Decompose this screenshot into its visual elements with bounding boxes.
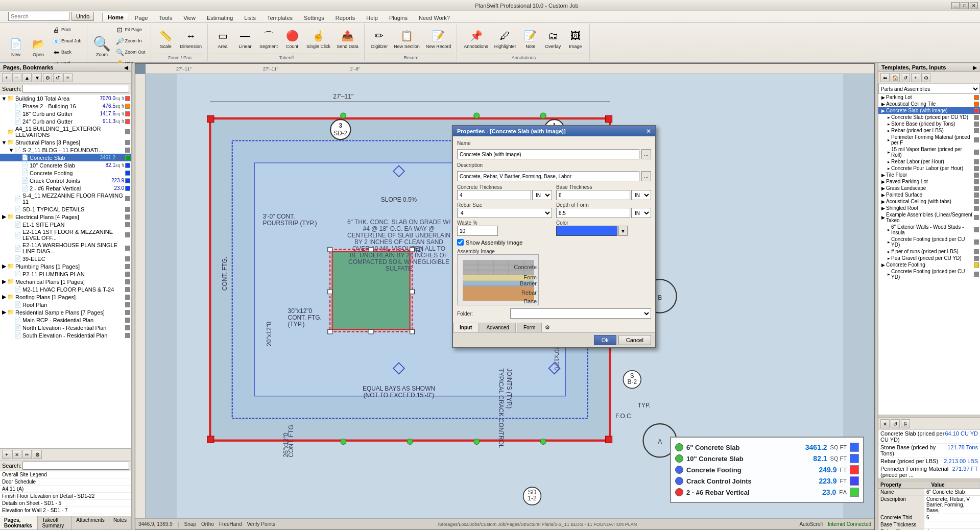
lb-edit-btn[interactable]: ✏	[22, 450, 32, 459]
ribbon-tab-templates[interactable]: Templates	[261, 13, 298, 22]
count-btn[interactable]: 🔴 Count	[281, 26, 303, 51]
tree-item-p2-11[interactable]: 📄P2-11 PLUMBING PLAN	[0, 270, 131, 278]
segment-btn[interactable]: ⌒ Segment	[257, 26, 280, 51]
tree-expander[interactable]: ▼	[1, 139, 7, 146]
zoom-btn[interactable]: 🔍 Zoom	[91, 34, 113, 59]
ok-btn[interactable]: Ok	[594, 335, 616, 345]
tree-item-24in-curb[interactable]: 📄24" Curb and Gutter911.3 sq ft	[0, 117, 131, 125]
tree-item-main-rcp[interactable]: 📄Main RCP - Residential Plan	[0, 316, 131, 324]
move-down-btn[interactable]: ▼	[33, 73, 42, 82]
right-panel-collapse[interactable]: ▶	[973, 65, 977, 70]
tree-item-18in-curb[interactable]: 📄18" Curb and Gutter1417.6 sq ft	[0, 110, 131, 117]
status-snap[interactable]: Snap	[184, 521, 196, 527]
right-tree-item[interactable]: ▶Concrete Footing	[878, 261, 980, 268]
open-btn[interactable]: 📂 Open	[28, 34, 49, 59]
ribbon-tab-lists[interactable]: Lists	[238, 13, 261, 22]
dimension-btn[interactable]: ↔ Dimension	[178, 26, 205, 51]
ribbon-tab-page[interactable]: Page	[129, 13, 154, 22]
tab-advanced[interactable]: Advanced	[480, 323, 515, 332]
right-tree-item[interactable]: ▶Grass Landscape	[878, 185, 980, 191]
lb-search-input[interactable]	[22, 462, 129, 470]
name-menu-btn[interactable]: …	[641, 149, 651, 159]
tree-item-electrical4[interactable]: ▶📁Electrical Plans [4 Pages]	[0, 213, 131, 221]
dialog-close-btn[interactable]: ✕	[646, 128, 651, 135]
lb-tab-notes[interactable]: Notes	[109, 516, 131, 529]
maximize-btn[interactable]: □	[961, 2, 969, 9]
right-tree-item[interactable]: ▸Concrete Footing (priced per CU YD)	[878, 268, 980, 280]
rebar-size-select[interactable]: 4356	[457, 208, 552, 218]
overlay-btn[interactable]: 🗂 Overlay	[542, 26, 564, 51]
tab-input[interactable]: Input	[453, 323, 479, 332]
status-verify[interactable]: Verify Points	[247, 521, 275, 527]
tree-item-plumbing1[interactable]: ▶📁Plumbing Plans [1 Pages]	[0, 262, 131, 270]
canvas-area[interactable]: 27'–11" 27'–11" 1'–6"	[135, 63, 875, 530]
tree-item-concrete-slab[interactable]: 📄Concrete Slab3461.2 sq ft	[0, 154, 131, 161]
right-tree-item[interactable]: ▶Acoustical Ceiling (with tabs)	[878, 198, 980, 205]
tree-item-phase2-building16[interactable]: 📄Phase 2 - Building 16476.5 sq ft	[0, 102, 131, 110]
cancel-btn[interactable]: Cancel	[618, 335, 651, 345]
parts-selector[interactable]: Parts and Assemblies	[878, 84, 980, 94]
lb-list-item[interactable]: Elevation for Wall 2 - SD1 - 7	[0, 507, 131, 514]
tree-item-e2-11a-warehouse[interactable]: 📄E2-11A WAREHOUSE PLAN SINGLE LINE DIAG.…	[0, 242, 131, 255]
rp-home-btn[interactable]: 🏠	[891, 73, 900, 82]
tree-expander[interactable]: ▼	[8, 147, 14, 153]
tree-item-south-elevation[interactable]: 📄South Elevation - Residential Plan	[0, 331, 131, 339]
right-tree-item[interactable]: ▶Concrete Slab (with image)	[878, 107, 980, 114]
waste-pct-input[interactable]	[457, 226, 498, 236]
status-autoscroll[interactable]: AutoScroll	[799, 521, 823, 527]
tree-item-a4-11-building11[interactable]: 📁A4_11 BUILDING_11_EXTERIOR ELEVATIONS	[0, 125, 131, 138]
highlighter-btn[interactable]: 🖊 Highlighter	[492, 26, 519, 51]
rp-refresh-btn[interactable]: ↺	[901, 73, 910, 82]
tree-expander[interactable]: ▶	[1, 263, 7, 270]
lb-list-item[interactable]: A4.11 (A)	[0, 486, 131, 493]
status-ortho[interactable]: Ortho	[201, 521, 214, 527]
tree-item-structural3[interactable]: ▼📁Structural Plans [3 Pages]	[0, 138, 131, 146]
right-tree-item[interactable]: ▸Concrete Pour Labor (per Hour)	[878, 165, 980, 172]
right-tree-item[interactable]: ▸15 mil Vapor Barrier (priced per Roll)	[878, 146, 980, 158]
depth-of-form-unit[interactable]: INFT	[631, 208, 651, 218]
new-record-btn[interactable]: 📝 New Record	[423, 26, 454, 51]
area-btn[interactable]: ▭ Area	[212, 26, 233, 51]
ribbon-tab-reports[interactable]: Reports	[330, 13, 361, 22]
tree-item-roof-plan[interactable]: 📄Roof Plan	[0, 301, 131, 308]
status-freehand[interactable]: FreeHand	[219, 521, 242, 527]
minimize-btn[interactable]: _	[951, 2, 960, 9]
base-thickness-input[interactable]	[556, 190, 630, 200]
show-assembly-checkbox[interactable]	[457, 239, 464, 246]
right-tree-item[interactable]: ▸Concrete Footing (priced per CU YD)	[878, 236, 980, 248]
concrete-thickness-unit[interactable]: INFT	[532, 190, 552, 200]
right-tree-item[interactable]: ▶Painted Surface	[878, 191, 980, 198]
move-up-btn[interactable]: ▲	[22, 73, 32, 82]
note-btn[interactable]: 📝 Note	[520, 26, 541, 51]
lb-list-item[interactable]: Overall Site Legend	[0, 471, 131, 478]
image-btn[interactable]: 🖼 Image	[565, 26, 586, 51]
right-tree-item[interactable]: ▶Tile Floor	[878, 172, 980, 178]
right-tree-item[interactable]: ▶Paved Parking Lot	[878, 178, 980, 185]
lb-list-item[interactable]: Door Schedule	[0, 478, 131, 486]
folder-select[interactable]	[510, 308, 651, 319]
color-dropdown-btn[interactable]: ▼	[618, 226, 628, 236]
ribbon-tab-home[interactable]: Home	[102, 13, 129, 22]
tree-item-residential7[interactable]: ▶📁Residential Sample Plans [7 Pages]	[0, 308, 131, 316]
right-takeoff-row[interactable]: Concrete Slab (priced per CU YD)64.10 CU…	[878, 430, 980, 444]
linear-btn[interactable]: — Linear	[234, 26, 256, 51]
annotations-btn[interactable]: 📌 Annotations	[461, 26, 491, 51]
desc-input[interactable]	[457, 171, 639, 181]
base-thickness-unit[interactable]: INFT	[631, 190, 651, 200]
zoom-in-btn[interactable]: 🔎 Zoom In	[114, 36, 148, 46]
right-takeoff-row[interactable]: Stone Base (priced by Tons)121.78 Tons	[878, 444, 980, 457]
right-tree-item[interactable]: ▶Shingled Roof	[878, 205, 980, 211]
undo-button[interactable]: Undo	[71, 12, 94, 21]
desc-menu-btn[interactable]: …	[641, 171, 651, 181]
left-search-input[interactable]	[22, 85, 129, 93]
left-panel-collapse[interactable]: ◀	[124, 65, 128, 70]
ribbon-tab-estimating[interactable]: Estimating	[201, 13, 238, 22]
back-btn[interactable]: ⬅ Back	[50, 47, 84, 57]
lb-add-btn[interactable]: +	[2, 450, 11, 459]
refresh-btn[interactable]: ↺	[53, 73, 62, 82]
ribbon-tab-help[interactable]: Help	[361, 13, 384, 22]
right-tree-item[interactable]: ▶Acoustical Ceiling Tile	[878, 101, 980, 107]
tree-expander[interactable]: ▶	[1, 294, 7, 300]
tree-item-e2-11a-1st-floor[interactable]: 📄E2-11A 1ST FLOOR & MEZZANINE LEVEL OFF.…	[0, 228, 131, 242]
depth-of-form-input[interactable]	[556, 208, 630, 218]
